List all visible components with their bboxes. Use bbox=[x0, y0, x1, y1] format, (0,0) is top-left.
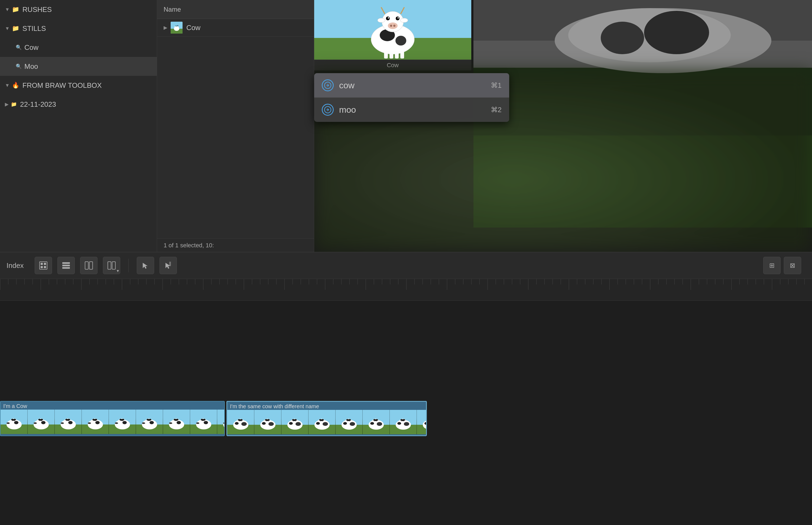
toolbar-zoom-in[interactable]: ⊞ bbox=[763, 257, 781, 274]
toolbar-btn-4[interactable]: ▾ bbox=[103, 257, 120, 274]
svg-point-162 bbox=[262, 422, 266, 425]
toolbar-btn-2[interactable] bbox=[58, 257, 75, 274]
date-arrow: ▶ bbox=[5, 101, 9, 107]
svg-point-131 bbox=[196, 422, 199, 424]
svg-point-37 bbox=[601, 22, 644, 54]
cow-preview-left-image bbox=[314, 0, 471, 60]
svg-point-170 bbox=[295, 420, 299, 422]
sidebar-item-braw[interactable]: ▼ 🔥 FROM BRAW TOOLBOX bbox=[0, 76, 157, 95]
braw-icon: 🔥 bbox=[12, 82, 19, 89]
svg-rect-49 bbox=[85, 262, 88, 269]
svg-point-159 bbox=[263, 420, 266, 422]
svg-point-190 bbox=[350, 420, 353, 422]
dropdown-chevron-icon: ▾ bbox=[117, 268, 119, 273]
cow-option-icon bbox=[322, 79, 334, 91]
dropdown-item-moo[interactable]: moo ⌘2 bbox=[314, 97, 509, 122]
clip-2-label: I'm the same cow with different name bbox=[230, 403, 319, 409]
svg-rect-42 bbox=[41, 263, 43, 265]
svg-point-99 bbox=[118, 420, 121, 422]
svg-rect-45 bbox=[44, 266, 46, 268]
svg-point-92 bbox=[95, 421, 100, 424]
svg-point-202 bbox=[370, 422, 374, 425]
svg-point-5 bbox=[175, 26, 177, 27]
svg-point-71 bbox=[34, 422, 37, 424]
toolbar-arrow-btn[interactable] bbox=[137, 257, 154, 274]
media-item-label: Cow bbox=[186, 24, 200, 32]
rushes-arrow: ▼ bbox=[5, 7, 10, 13]
filmstrip-frame bbox=[163, 409, 190, 434]
filmstrip-frame bbox=[190, 409, 217, 434]
svg-point-152 bbox=[235, 422, 239, 425]
media-item-arrow: ▶ bbox=[164, 25, 167, 31]
arrow-circle-icon-cow bbox=[324, 81, 332, 89]
toolbar-btn-1[interactable] bbox=[35, 257, 52, 274]
sidebar-item-cow[interactable]: 🔍 Cow bbox=[0, 38, 157, 57]
svg-point-192 bbox=[343, 422, 347, 425]
toolbar-arrow2-icon bbox=[163, 260, 173, 270]
svg-point-19 bbox=[388, 22, 398, 29]
svg-point-69 bbox=[36, 420, 40, 422]
svg-point-61 bbox=[6, 422, 10, 424]
svg-point-89 bbox=[90, 420, 94, 422]
svg-point-79 bbox=[63, 420, 67, 422]
sidebar-item-rushes[interactable]: ▼ 📁 RUSHES bbox=[0, 0, 157, 19]
svg-point-182 bbox=[316, 422, 320, 425]
cow-preview-label-text: Cow bbox=[387, 62, 399, 69]
sidebar-item-date[interactable]: ▶ 📁 22-11-2023 bbox=[0, 95, 157, 114]
svg-rect-46 bbox=[62, 262, 70, 264]
svg-point-132 bbox=[204, 421, 208, 424]
svg-point-21 bbox=[393, 25, 396, 27]
filmstrip-frame bbox=[281, 410, 308, 434]
toolbar-divider-1 bbox=[128, 259, 129, 272]
svg-point-210 bbox=[404, 420, 407, 422]
sidebar-item-stills[interactable]: ▼ 📁 STILLS bbox=[0, 19, 157, 38]
rushes-label: RUSHES bbox=[22, 5, 52, 14]
svg-point-3 bbox=[174, 26, 177, 28]
svg-rect-48 bbox=[62, 267, 70, 269]
clip-2[interactable]: I'm the same cow with different name (()… bbox=[227, 401, 427, 436]
svg-point-211 bbox=[404, 422, 409, 426]
media-list-item-cow[interactable]: ▶ Cow bbox=[157, 19, 314, 36]
sidebar-item-moo[interactable]: 🔍 Moo bbox=[0, 57, 157, 76]
toolbar-icon-4 bbox=[107, 260, 117, 270]
svg-point-59 bbox=[9, 420, 13, 422]
filmstrip-frame bbox=[417, 410, 426, 434]
svg-point-72 bbox=[41, 421, 46, 424]
svg-point-112 bbox=[150, 421, 154, 424]
svg-rect-29 bbox=[400, 51, 404, 59]
cow-preview-svg-left bbox=[314, 0, 471, 60]
toolbar-btn-3[interactable] bbox=[80, 257, 97, 274]
svg-point-201 bbox=[377, 422, 382, 426]
svg-point-209 bbox=[398, 420, 402, 422]
dropdown-item-cow[interactable]: cow ⌘1 bbox=[314, 73, 509, 97]
svg-point-4 bbox=[177, 26, 179, 28]
svg-point-16 bbox=[396, 16, 399, 20]
svg-point-102 bbox=[122, 421, 127, 424]
svg-rect-27 bbox=[389, 52, 393, 59]
filmstrip-frame bbox=[109, 409, 136, 434]
filmstrip-frame bbox=[55, 409, 82, 434]
media-thumb-img bbox=[171, 22, 183, 34]
filmstrip-frame bbox=[217, 409, 224, 434]
svg-point-17 bbox=[388, 17, 389, 19]
svg-point-119 bbox=[172, 420, 175, 422]
svg-point-169 bbox=[290, 420, 293, 422]
viewer: Cow bbox=[314, 0, 812, 252]
svg-point-179 bbox=[317, 420, 320, 422]
svg-point-62 bbox=[14, 421, 18, 424]
media-status-bar: 1 of 1 selected, 10: bbox=[157, 238, 314, 252]
toolbar-zoom-out[interactable]: ⊠ bbox=[784, 257, 801, 274]
media-panel-header-label: Name bbox=[164, 6, 181, 13]
toolbar-arrow2-btn[interactable] bbox=[159, 257, 177, 274]
clip-1[interactable]: I'm a Cow (() => { const strip = documen… bbox=[0, 401, 225, 436]
cow-option-label: cow bbox=[339, 80, 491, 90]
stills-label: STILLS bbox=[22, 25, 46, 33]
svg-rect-44 bbox=[41, 266, 43, 268]
clip-track: I'm a Cow (() => { const strip = documen… bbox=[0, 401, 433, 436]
media-thumb bbox=[171, 22, 183, 34]
timeline: // Draw ruler ticks const ruler = docume… bbox=[0, 279, 812, 525]
moo-option-label: moo bbox=[339, 105, 491, 115]
media-status-text: 1 of 1 selected, 10: bbox=[164, 242, 214, 249]
arrow-circle-icon-moo bbox=[324, 106, 332, 114]
filmstrip-frame bbox=[136, 409, 163, 434]
